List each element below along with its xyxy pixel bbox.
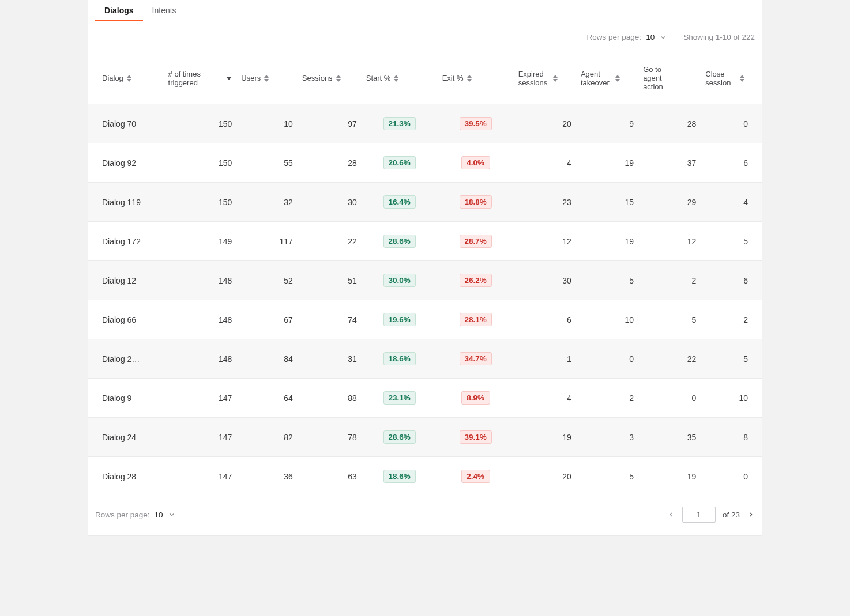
cell-close: 5	[701, 222, 762, 261]
table-row[interactable]: Dialog 9147648823.1%8.9%42010	[88, 379, 762, 418]
col-header-goto: Go to agent action	[638, 52, 701, 104]
cell-close: 0	[701, 104, 762, 143]
sort-icon	[336, 75, 341, 82]
cell-start: 20.6%	[362, 143, 438, 183]
cell-dialog: Dialog 9	[88, 379, 164, 418]
table-row[interactable]: Dialog 92150552820.6%4.0%419376	[88, 143, 762, 183]
cell-times: 147	[164, 418, 237, 457]
cell-goto: 19	[638, 457, 701, 496]
cell-takeover: 2	[576, 379, 638, 418]
sort-icon	[553, 75, 558, 82]
table-row[interactable]: Dialog 66148677419.6%28.1%61052	[88, 300, 762, 339]
rows-per-page-select-top[interactable]: Rows per page: 10	[587, 33, 668, 41]
cell-takeover: 5	[576, 457, 638, 496]
table-row[interactable]: Dialog 24147827828.6%39.1%193358	[88, 418, 762, 457]
start-badge: 16.4%	[383, 195, 416, 209]
cell-dialog: Dialog 119	[88, 183, 164, 222]
col-header-text: Close session	[705, 70, 736, 87]
col-header-expired[interactable]: Expired sessions	[514, 52, 576, 104]
cell-times: 150	[164, 143, 237, 183]
col-header-exit[interactable]: Exit %	[438, 52, 514, 104]
table-row[interactable]: Dialog 28147366318.6%2.4%205190	[88, 457, 762, 496]
cell-exit: 2.4%	[438, 457, 514, 496]
cell-sessions: 28	[298, 143, 362, 183]
sort-icon	[615, 75, 620, 82]
exit-badge: 8.9%	[461, 391, 490, 405]
col-header-text: Start %	[366, 74, 391, 82]
cell-takeover: 5	[576, 261, 638, 300]
cell-start: 19.6%	[362, 300, 438, 339]
table-row[interactable]: Dialog 1721491172228.6%28.7%1219125	[88, 222, 762, 261]
cell-close: 2	[701, 300, 762, 339]
cell-users: 64	[236, 379, 298, 418]
dialogs-table: Dialog# of times triggeredUsersSessionsS…	[88, 52, 762, 496]
exit-badge: 4.0%	[461, 156, 490, 169]
cell-start: 18.6%	[362, 457, 438, 496]
col-header-users[interactable]: Users	[236, 52, 298, 104]
cell-times: 149	[164, 222, 237, 261]
cell-times: 150	[164, 104, 237, 143]
chevron-down-icon	[168, 511, 176, 519]
col-header-times[interactable]: # of times triggered	[164, 52, 237, 104]
cell-dialog: Dialog 2…	[88, 339, 164, 379]
col-header-text: Expired sessions	[518, 70, 550, 87]
rows-per-page-select-bottom[interactable]: Rows per page: 10	[95, 511, 176, 519]
col-header-takeover[interactable]: Agent takeover	[576, 52, 638, 104]
col-header-start[interactable]: Start %	[362, 52, 438, 104]
cell-exit: 39.5%	[438, 104, 514, 143]
table-row[interactable]: Dialog 2…148843118.6%34.7%10225	[88, 339, 762, 379]
cell-sessions: 31	[298, 339, 362, 379]
cell-start: 18.6%	[362, 339, 438, 379]
cell-start: 23.1%	[362, 379, 438, 418]
start-badge: 20.6%	[383, 156, 416, 169]
cell-expired: 1	[514, 339, 576, 379]
chevron-down-icon	[659, 33, 667, 41]
col-header-dialog[interactable]: Dialog	[88, 52, 164, 104]
cell-close: 6	[701, 261, 762, 300]
col-header-text: Sessions	[302, 74, 333, 82]
cell-dialog: Dialog 172	[88, 222, 164, 261]
col-header-text: # of times triggered	[168, 70, 223, 87]
cell-exit: 28.7%	[438, 222, 514, 261]
rows-per-page-value: 10	[155, 511, 163, 519]
cell-takeover: 19	[576, 143, 638, 183]
cell-takeover: 19	[576, 222, 638, 261]
table-row[interactable]: Dialog 12148525130.0%26.2%30526	[88, 261, 762, 300]
cell-exit: 39.1%	[438, 418, 514, 457]
sort-icon	[394, 75, 398, 82]
col-header-sessions[interactable]: Sessions	[298, 52, 362, 104]
col-header-close[interactable]: Close session	[701, 52, 762, 104]
exit-badge: 39.5%	[460, 117, 492, 130]
cell-users: 55	[236, 143, 298, 183]
exit-badge: 34.7%	[460, 352, 492, 365]
tab-dialogs[interactable]: Dialogs	[95, 0, 143, 21]
table-row[interactable]: Dialog 119150323016.4%18.8%2315294	[88, 183, 762, 222]
table-row[interactable]: Dialog 70150109721.3%39.5%209280	[88, 104, 762, 143]
cell-goto: 35	[638, 418, 701, 457]
cell-expired: 30	[514, 261, 576, 300]
cell-goto: 29	[638, 183, 701, 222]
cell-goto: 12	[638, 222, 701, 261]
col-header-text: Agent takeover	[581, 70, 612, 87]
tab-intents[interactable]: Intents	[143, 0, 186, 21]
cell-sessions: 74	[298, 300, 362, 339]
cell-sessions: 30	[298, 183, 362, 222]
cell-sessions: 97	[298, 104, 362, 143]
next-page-icon[interactable]	[747, 511, 755, 519]
cell-sessions: 78	[298, 418, 362, 457]
cell-exit: 4.0%	[438, 143, 514, 183]
cell-users: 82	[236, 418, 298, 457]
start-badge: 18.6%	[383, 352, 416, 365]
page-input[interactable]	[682, 507, 716, 523]
sort-desc-icon	[226, 77, 232, 80]
sort-icon	[467, 75, 472, 82]
rows-per-page-label: Rows per page:	[587, 33, 642, 41]
cell-users: 67	[236, 300, 298, 339]
prev-page-icon[interactable]	[667, 511, 675, 519]
cell-exit: 28.1%	[438, 300, 514, 339]
cell-goto: 2	[638, 261, 701, 300]
cell-expired: 19	[514, 418, 576, 457]
cell-sessions: 63	[298, 457, 362, 496]
exit-badge: 28.7%	[460, 235, 492, 248]
cell-takeover: 3	[576, 418, 638, 457]
